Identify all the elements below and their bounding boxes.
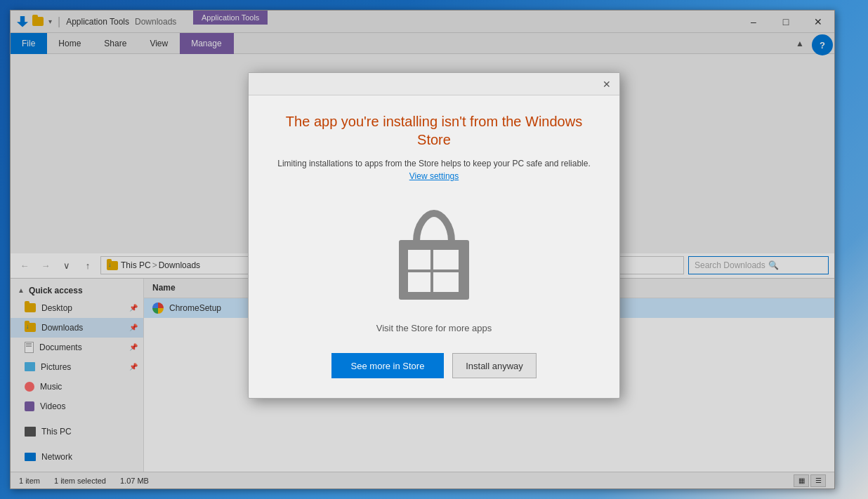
svg-rect-3: [408, 272, 430, 292]
dialog-close-button[interactable]: ✕: [597, 76, 617, 93]
svg-rect-2: [433, 250, 459, 270]
view-settings-link[interactable]: View settings: [409, 171, 459, 181]
dialog-content: The app you're installing isn't from the…: [249, 95, 619, 398]
store-bag-container: [271, 199, 597, 312]
svg-rect-1: [408, 250, 430, 270]
dialog-buttons: See more in Store Install anyway: [271, 353, 597, 378]
dialog-box: ✕ The app you're installing isn't from t…: [248, 72, 620, 399]
dialog-overlay: ✕ The app you're installing isn't from t…: [0, 0, 868, 499]
see-more-store-button[interactable]: See more in Store: [331, 353, 444, 378]
dialog-subtitle: Limiting installations to apps from the …: [271, 157, 597, 182]
dialog-title: The app you're installing isn't from the…: [271, 112, 597, 149]
dialog-visit-text: Visit the Store for more apps: [271, 323, 597, 333]
dialog-titlebar: ✕: [249, 73, 619, 95]
store-bag-icon: [388, 199, 480, 312]
install-anyway-button[interactable]: Install anyway: [452, 353, 537, 378]
svg-rect-4: [433, 272, 459, 292]
